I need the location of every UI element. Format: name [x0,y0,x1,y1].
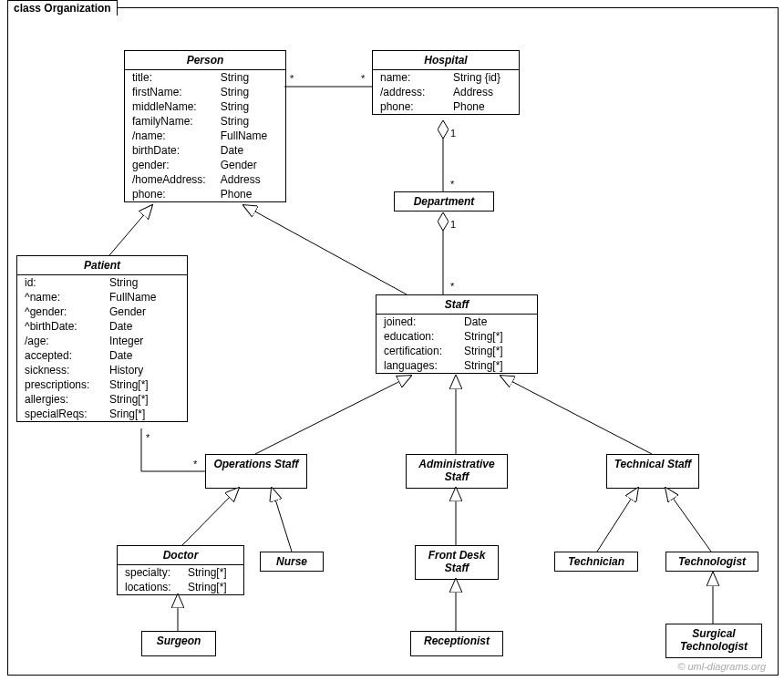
class-title: Staff [377,295,537,315]
class-staff: Staff joined:Dateeducation:String[*]cert… [376,294,538,374]
class-hospital: Hospital name:String {id}/address:Addres… [372,50,520,115]
class-front-desk: Front Desk Staff [415,545,499,580]
class-title: Administrative Staff [407,455,507,486]
attr-row: ^name:FullName [17,290,187,304]
attr-row: birthDate:Date [125,143,285,158]
attr-row: title:String [125,70,285,85]
attr-row: middleName:String [125,99,285,114]
class-patient: Patient id:String^name:FullName^gender:G… [16,255,188,422]
attr-row: /homeAddress:Address [125,172,285,187]
class-title: Receptionist [411,632,502,650]
class-title: Technician [555,552,637,571]
class-technologist: Technologist [665,552,758,572]
class-title: Department [395,192,493,211]
class-title: Technical Staff [607,455,698,473]
class-surgeon: Surgeon [141,631,216,656]
class-title: Operations Staff [206,455,306,473]
class-ops-staff: Operations Staff [205,454,307,489]
attr-row: /name:FullName [125,129,285,143]
attr-row: phone:Phone [125,187,285,201]
attr-row: name:String {id} [373,70,519,85]
attr-row: id:String [17,275,187,290]
class-title: Patient [17,256,187,275]
class-title: Person [125,51,285,70]
attr-row: locations:String[*] [118,580,243,594]
class-title: Surgical Technologist [666,624,761,655]
attr-row: firstName:String [125,85,285,99]
class-title: Hospital [373,51,519,70]
attr-row: /address:Address [373,85,519,99]
class-tech-staff: Technical Staff [606,454,699,489]
class-nurse: Nurse [260,552,324,572]
class-surgical-tech: Surgical Technologist [665,624,762,658]
attr-row: specialReqs:Sring[*] [17,407,187,421]
attr-row: gender:Gender [125,158,285,172]
attr-row: joined:Date [377,315,537,329]
class-title: Front Desk Staff [416,546,498,577]
class-doctor: Doctor specialty:String[*]locations:Stri… [117,545,244,595]
attr-row: sickness:History [17,363,187,377]
class-technician: Technician [554,552,638,572]
watermark: © uml-diagrams.org [677,661,766,672]
attr-row: prescriptions:String[*] [17,377,187,392]
attr-row: allergies:String[*] [17,392,187,407]
class-receptionist: Receptionist [410,631,503,656]
class-person: Person title:StringfirstName:Stringmiddl… [124,50,286,202]
class-title: Technologist [666,552,758,571]
attr-row: phone:Phone [373,99,519,114]
attr-row: specialty:String[*] [118,565,243,580]
class-admin-staff: Administrative Staff [406,454,508,489]
attr-row: certification:String[*] [377,344,537,358]
class-title: Nurse [261,552,323,571]
attr-row: languages:String[*] [377,358,537,373]
attr-row: education:String[*] [377,329,537,344]
class-department: Department [394,191,494,212]
attr-row: accepted:Date [17,348,187,363]
class-title: Doctor [118,546,243,565]
class-title: Surgeon [142,632,215,650]
attr-row: ^birthDate:Date [17,319,187,334]
attr-row: familyName:String [125,114,285,129]
attr-row: /age:Integer [17,334,187,348]
attr-row: ^gender:Gender [17,304,187,319]
package-title: class Organization [7,0,118,15]
